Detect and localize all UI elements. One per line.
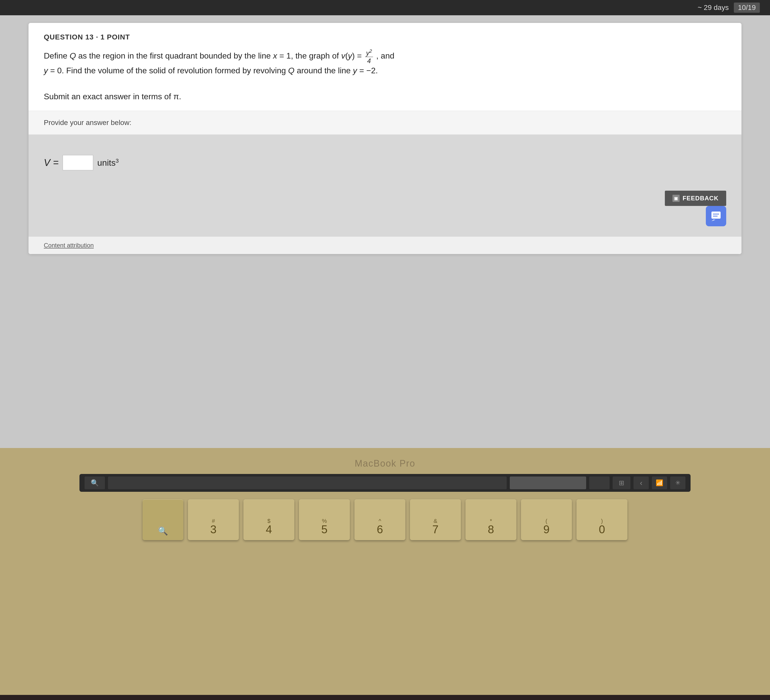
touchbar-back-btn[interactable]: ‹ xyxy=(634,477,649,489)
top-bar: ~ 29 days 10/19 xyxy=(0,0,770,15)
submit-note: Submit an exact answer in terms of π. xyxy=(44,92,181,101)
key-main-3: 3 xyxy=(210,524,217,535)
question-card: QUESTION 13 · 1 POINT Define Q as the re… xyxy=(29,23,741,254)
fraction-display: y2 4 xyxy=(365,49,373,64)
question-text: Define Q as the region in the first quad… xyxy=(44,49,726,103)
svg-marker-3 xyxy=(712,220,715,221)
key-0[interactable]: ) 0 xyxy=(576,500,628,540)
touchbar-sound-btn[interactable]: 📶 xyxy=(652,477,667,489)
key-6[interactable]: ^ 6 xyxy=(354,500,405,540)
key-main-9: 9 xyxy=(544,524,550,535)
touchbar-spacer xyxy=(589,477,610,489)
feedback-icon: ▣ xyxy=(673,195,679,202)
key-main-7: 7 xyxy=(432,524,438,535)
key-3[interactable]: # 3 xyxy=(188,500,239,540)
key-main-0: 0 xyxy=(599,524,605,535)
touchbar-controls xyxy=(108,477,507,489)
feedback-label: FEEDBACK xyxy=(683,195,718,202)
touchbar-add-btn[interactable]: ⊞ xyxy=(613,477,631,489)
laptop-bottom-bar xyxy=(0,695,770,700)
main-content: QUESTION 13 · 1 POINT Define Q as the re… xyxy=(0,15,770,448)
fraction-numerator: y2 xyxy=(365,49,373,57)
fraction-denominator: 4 xyxy=(366,57,372,64)
key-main-6: 6 xyxy=(377,524,383,535)
touch-bar: 🔍 ⊞ ‹ 📶 ✳ xyxy=(79,474,691,492)
input-area: V = units3 ▣ FEEDBACK xyxy=(29,135,741,236)
keyboard: 🔍 # 3 $ 4 % 5 ^ 6 & 7 * xyxy=(29,500,741,545)
volume-equation: V = units3 xyxy=(44,155,726,170)
question-label: QUESTION 13 · 1 POINT xyxy=(44,33,726,41)
days-remaining: ~ 29 days xyxy=(698,3,729,12)
key-main-8: 8 xyxy=(488,524,494,535)
laptop-body: MacBook Pro 🔍 ⊞ ‹ 📶 ✳ 🔍 # 3 $ 4 % 5 xyxy=(0,448,770,700)
touchbar-slider[interactable] xyxy=(510,477,586,489)
question-connector: , and xyxy=(376,51,395,60)
units-label: units3 xyxy=(97,158,119,168)
chat-button[interactable] xyxy=(706,206,726,226)
key-7[interactable]: & 7 xyxy=(410,500,461,540)
key-9[interactable]: ( 9 xyxy=(521,500,572,540)
macbook-label: MacBook Pro xyxy=(355,458,415,469)
key-8[interactable]: * 8 xyxy=(466,500,516,540)
provide-label: Provide your answer below: xyxy=(44,119,726,127)
question-continuation: y = 0. Find the volume of the solid of r… xyxy=(44,66,378,75)
units-exponent: 3 xyxy=(116,158,119,164)
key-5[interactable]: % 5 xyxy=(299,500,350,540)
volume-input[interactable] xyxy=(63,155,93,170)
key-main-4: 4 xyxy=(266,524,272,535)
key-search[interactable]: 🔍 xyxy=(142,500,183,540)
attribution-link[interactable]: Content attribution xyxy=(44,242,94,249)
key-4[interactable]: $ 4 xyxy=(243,500,294,540)
key-main-5: 5 xyxy=(321,524,327,535)
keyboard-row-numbers: 🔍 # 3 $ 4 % 5 ^ 6 & 7 * xyxy=(34,500,736,540)
content-attribution-section: Content attribution xyxy=(29,236,741,254)
chat-icon xyxy=(710,210,721,222)
score-display: 10/19 xyxy=(734,3,760,13)
svg-rect-0 xyxy=(712,212,721,219)
feedback-button[interactable]: ▣ FEEDBACK xyxy=(665,191,726,206)
question-header: QUESTION 13 · 1 POINT Define Q as the re… xyxy=(29,23,741,111)
question-intro-text: Define Q as the region in the first quad… xyxy=(44,51,364,60)
volume-prefix: V = xyxy=(44,157,58,168)
answer-section-header: Provide your answer below: xyxy=(29,111,741,135)
touchbar-settings-btn[interactable]: ✳ xyxy=(670,477,686,489)
touchbar-search[interactable]: 🔍 xyxy=(84,477,105,489)
